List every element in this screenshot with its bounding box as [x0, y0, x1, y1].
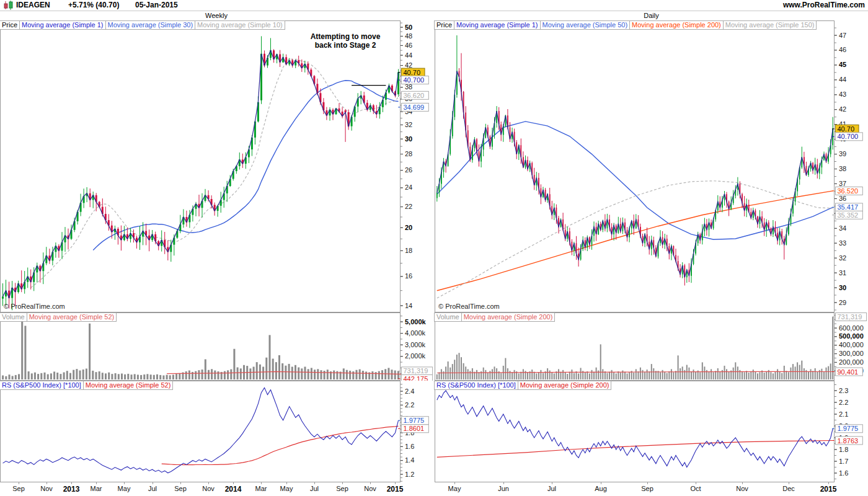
legend-item[interactable]: Volume — [434, 312, 462, 322]
axis-tick-label: 46 — [839, 46, 846, 53]
time-axis-tick — [286, 482, 287, 484]
time-axis-tick — [153, 482, 153, 484]
axis-tick-label: 32 — [405, 121, 412, 128]
legend-item[interactable]: Moving average (Simple 52) — [83, 381, 174, 390]
price-badge-red: 1.8601 — [398, 425, 428, 433]
axis-tick-label: 36 — [839, 195, 846, 202]
time-axis-tick — [314, 482, 315, 484]
time-axis-label: Jul — [547, 485, 556, 492]
legend-item[interactable]: Moving average (Simple 1) — [19, 20, 105, 30]
time-axis-tick — [454, 482, 455, 484]
time-axis-tick — [96, 482, 97, 484]
timeframe-title-weekly: Weekly — [0, 12, 433, 20]
time-axis-tick — [233, 482, 234, 484]
time-axis-tick — [124, 482, 125, 484]
legend-item[interactable]: Volume — [0, 312, 27, 322]
time-axis-label: Oct — [690, 485, 701, 492]
legend-item[interactable]: RS (S&P500 Index) [*100] — [0, 381, 84, 390]
time-axis-label: Nov — [202, 485, 215, 492]
axis-tick-label: 14 — [405, 302, 412, 309]
candlestick-logo-icon — [4, 1, 14, 12]
time-axis-label: Mar — [91, 485, 102, 492]
axis-tick-label: 1.4 — [405, 456, 414, 464]
site-link[interactable]: www.ProRealTime.com — [783, 1, 865, 9]
axis-tick-label: 34 — [839, 224, 846, 232]
legend-item[interactable]: Moving average (Simple 1) — [454, 20, 540, 30]
svg-text:36.620: 36.620 — [404, 92, 425, 99]
price-badge-blue: 1.9775 — [832, 425, 862, 433]
time-axis-tick — [828, 482, 829, 484]
svg-text:731,319: 731,319 — [838, 313, 862, 321]
time-axis-tick — [503, 482, 504, 484]
svg-text:1.8763: 1.8763 — [838, 437, 859, 445]
time-axis-tick — [789, 482, 789, 484]
price-badge-gray: 36.620 — [398, 91, 428, 99]
axis-tick-label: 31 — [839, 269, 846, 277]
axis-tick-label: 1.7 — [839, 458, 848, 465]
axis-tick-label: 37 — [839, 180, 846, 187]
time-axis-label: Nov — [364, 485, 376, 492]
axis-tick-label: 38 — [405, 83, 412, 91]
price-badge-red: 1.8763 — [832, 436, 862, 445]
chart-annotation: Attempting to move — [311, 32, 381, 41]
price-badge-red: 442,175 — [398, 374, 433, 381]
daily-volume-panel[interactable]: 600,000500,000400,000300,000200,000100,0… — [435, 312, 868, 381]
panel-legend: RS (S&P500 Index) [*100]Moving average (… — [0, 381, 173, 390]
axis-tick-label: 16 — [405, 272, 412, 280]
legend-item[interactable]: Moving average (Simple 200) — [461, 312, 556, 322]
axis-tick-label: 30 — [839, 284, 846, 291]
time-axis-tick — [696, 482, 696, 484]
time-axis-tick — [46, 482, 47, 484]
daily-rs-panel[interactable]: 2.32.22.12.01.91.81.71.61.97751.8763RS (… — [435, 381, 868, 482]
legend-item[interactable]: Moving average (Simple 200) — [518, 381, 612, 390]
price-badge-navy: 40.700 — [832, 133, 862, 141]
panel-legend: PriceMoving average (Simple 1)Moving ave… — [435, 20, 817, 30]
panel-legend: VolumeMoving average (Simple 200) — [435, 312, 555, 322]
axis-tick-label: 200,000 — [839, 358, 864, 366]
time-axis-tick — [395, 482, 396, 484]
legend-item[interactable]: Moving average (Simple 50) — [540, 20, 631, 30]
axis-tick-label: 2.2 — [405, 401, 414, 409]
daily-time-axis: MayJunJulAugSepOctNovDec2015 — [435, 482, 868, 496]
svg-text:34.699: 34.699 — [404, 104, 425, 111]
axis-tick-label: 42 — [839, 105, 846, 113]
price-badge-red: 90,401 — [832, 368, 862, 376]
legend-item[interactable]: Moving average (Simple 200) — [629, 20, 724, 30]
legend-item[interactable]: Moving average (Simple 10) — [195, 20, 285, 30]
weekly-price-panel[interactable]: Attempting to moveback into Stage 2© Pro… — [0, 20, 433, 312]
legend-item[interactable]: Price — [434, 20, 454, 30]
legend-item[interactable]: Moving average (Simple 150) — [723, 20, 817, 30]
svg-text:40.700: 40.700 — [838, 133, 859, 140]
axis-tick-label: 32 — [839, 254, 846, 262]
svg-text:40.70: 40.70 — [838, 125, 855, 133]
timeframe-title-daily: Daily — [435, 12, 868, 20]
time-axis-label: Sep — [174, 485, 187, 492]
time-axis-label: 2015 — [387, 485, 404, 494]
time-axis-tick — [370, 482, 371, 484]
axis-tick-label: 3,000k — [405, 341, 426, 348]
legend-item[interactable]: RS (S&P500 Index) [*100] — [434, 381, 518, 390]
legend-item[interactable]: Moving average (Simple 52) — [27, 312, 117, 322]
axis-tick-label: 2.1 — [839, 410, 848, 418]
instrument-header: IDEAGEN +5.71% (40.70) 05-Jan-2015 www.P… — [0, 0, 868, 11]
axis-tick-label: 300,000 — [839, 350, 864, 357]
legend-item[interactable]: Moving average (Simple 30) — [105, 20, 196, 30]
daily-price-panel[interactable]: © ProRealTime.com47464544434241403938373… — [435, 20, 868, 312]
time-axis-label: Jun — [498, 485, 509, 492]
price-badge-gray: 731,319 — [832, 313, 867, 321]
time-axis-label: Mar — [255, 485, 267, 492]
price-change: +5.71% (40.70) — [68, 1, 119, 9]
axis-tick-label: 1.6 — [839, 469, 848, 477]
weekly-rs-panel[interactable]: 2.42.22.01.81.61.41.21.97751.8601RS (S&P… — [0, 381, 433, 482]
axis-tick-label: 29 — [839, 299, 846, 306]
axis-tick-label: 2.2 — [839, 399, 848, 406]
time-axis-tick — [71, 482, 72, 484]
prorealtime-workspace: IDEAGEN +5.71% (40.70) 05-Jan-2015 www.P… — [0, 0, 868, 496]
axis-tick-label: 50 — [405, 24, 412, 31]
time-axis-tick — [742, 482, 743, 484]
time-axis-tick — [647, 482, 648, 484]
time-axis-label: 2014 — [225, 485, 242, 494]
legend-item[interactable]: Price — [0, 20, 20, 30]
weekly-time-axis: SepNov2013MarMayJulSepNov2014MarMayJulSe… — [0, 482, 433, 496]
weekly-volume-panel[interactable]: 5,000k4,000k3,000k2,000k731,319442,175Vo… — [0, 312, 433, 381]
